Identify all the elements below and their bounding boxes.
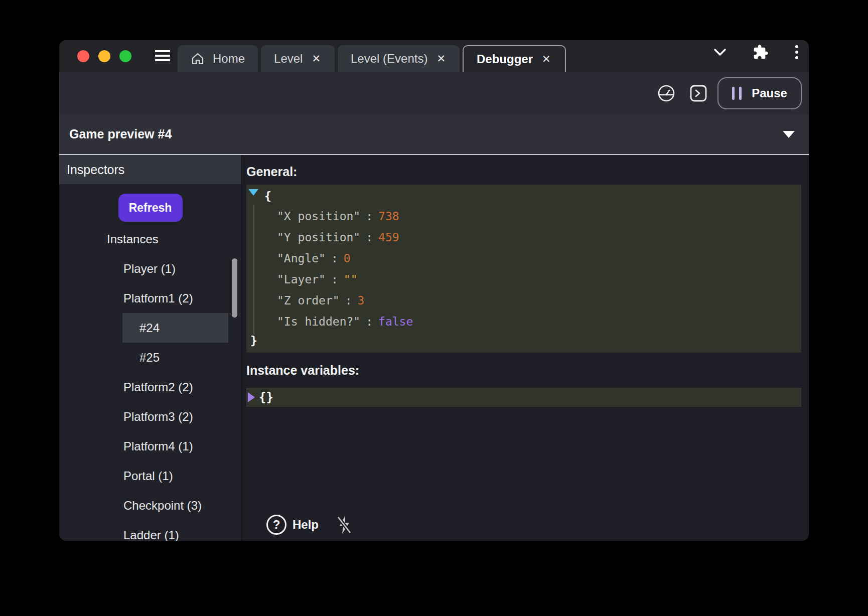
tab-label: Level <box>274 52 303 66</box>
general-section-label: General: <box>246 165 801 179</box>
instances-tree: Instances Player (1) Platform1 (2) #24 #… <box>59 224 228 541</box>
tree-item-platform1[interactable]: Platform1 (2) <box>59 283 228 313</box>
home-icon <box>191 52 205 66</box>
pause-icon <box>732 87 742 100</box>
inspectors-header: Inspectors <box>59 155 241 184</box>
collapse-closed-icon[interactable] <box>248 392 255 402</box>
property-value: 3 <box>358 294 365 307</box>
instance-variables-label: Instance variables: <box>246 363 801 378</box>
collapse-open-icon[interactable] <box>248 189 258 196</box>
tree-item-portal[interactable]: Portal (1) <box>59 461 228 491</box>
tree-item-ladder[interactable]: Ladder (1) <box>59 520 228 541</box>
close-window-button[interactable] <box>77 50 89 62</box>
sidebar-scrollbar[interactable] <box>232 258 237 318</box>
property-row-x-position: "X position":738 <box>250 206 797 227</box>
inspectors-list: Refresh Instances Player (1) Platform1 (… <box>59 184 241 541</box>
tab-level[interactable]: Level ✕ <box>261 45 335 72</box>
property-value: 459 <box>378 231 399 244</box>
tree-item-instances[interactable]: Instances <box>59 224 228 254</box>
tab-bar: Home Level ✕ Level (Events) ✕ Debugger ✕ <box>178 40 566 72</box>
game-preview-title: Game preview #4 <box>69 127 172 141</box>
game-preview-selector[interactable]: Game preview #4 <box>59 114 809 155</box>
property-value: false <box>378 315 413 328</box>
help-button-label[interactable]: Help <box>293 518 319 532</box>
close-tab-icon[interactable]: ✕ <box>541 53 552 65</box>
property-row-y-position: "Y position":459 <box>250 227 797 248</box>
zoom-window-button[interactable] <box>119 50 131 62</box>
property-row-z-order: "Z order":3 <box>250 290 797 311</box>
refresh-button[interactable]: Refresh <box>118 194 183 222</box>
property-value: 738 <box>378 210 399 223</box>
debugger-console-icon[interactable] <box>689 84 707 102</box>
property-value: "" <box>344 273 358 286</box>
debugger-window: Home Level ✕ Level (Events) ✕ Debugger ✕ <box>59 40 809 541</box>
tab-debugger[interactable]: Debugger ✕ <box>463 45 566 72</box>
property-key: Is hidden? <box>284 315 353 328</box>
tab-label: Level (Events) <box>351 52 427 66</box>
property-value: 0 <box>344 252 351 265</box>
property-key: Z order <box>284 294 333 307</box>
flash-off-icon[interactable] <box>336 515 353 535</box>
tree-item-player[interactable]: Player (1) <box>59 254 228 283</box>
titlebar-actions <box>712 40 809 72</box>
instance-variables-json: {} <box>246 388 801 407</box>
debugger-toolbar: Pause <box>59 72 809 114</box>
help-icon[interactable]: ? <box>266 515 286 535</box>
close-tab-icon[interactable]: ✕ <box>311 53 322 65</box>
title-bar: Home Level ✕ Level (Events) ✕ Debugger ✕ <box>59 40 809 72</box>
chevron-down-icon[interactable] <box>712 45 728 59</box>
tab-label: Home <box>213 52 245 66</box>
property-key: X position <box>284 210 353 223</box>
property-row-is-hidden: "Is hidden?":false <box>250 311 797 332</box>
indent-guide <box>253 205 254 335</box>
pause-button[interactable]: Pause <box>717 77 802 109</box>
tab-home[interactable]: Home <box>178 45 258 72</box>
dropdown-caret-icon[interactable] <box>783 131 795 138</box>
property-key: Layer <box>284 273 319 286</box>
tab-level-events[interactable]: Level (Events) ✕ <box>338 45 460 72</box>
performance-profiler-icon[interactable] <box>657 84 675 102</box>
property-key: Angle <box>284 252 319 265</box>
property-row-angle: "Angle":0 <box>250 248 797 269</box>
tree-item-platform3[interactable]: Platform3 (2) <box>59 402 228 431</box>
main-menu-icon[interactable] <box>154 48 172 63</box>
property-key: Y position <box>284 231 353 244</box>
inspector-detail-panel: General: { "X position":738 "Y position"… <box>242 155 809 541</box>
tree-item-platform2[interactable]: Platform2 (2) <box>59 372 228 402</box>
extensions-puzzle-icon[interactable] <box>753 44 769 60</box>
debugger-content: Inspectors Refresh Instances Player (1) … <box>59 155 809 541</box>
property-row-layer: "Layer":"" <box>250 269 797 290</box>
kebab-menu-icon[interactable] <box>794 44 800 61</box>
traffic-lights <box>77 50 131 62</box>
close-tab-icon[interactable]: ✕ <box>436 53 447 65</box>
tab-label: Debugger <box>477 52 533 66</box>
tree-item-instance-24[interactable]: #24 <box>122 313 228 343</box>
tree-item-platform4[interactable]: Platform4 (1) <box>59 431 228 461</box>
inspectors-sidebar: Inspectors Refresh Instances Player (1) … <box>59 155 242 541</box>
general-properties-json: { "X position":738 "Y position":459 "Ang… <box>246 185 801 353</box>
tree-item-instance-25[interactable]: #25 <box>122 343 228 372</box>
pause-button-label: Pause <box>752 86 787 100</box>
tree-item-checkpoint[interactable]: Checkpoint (3) <box>59 491 228 520</box>
help-row: ? Help <box>266 515 353 535</box>
minimize-window-button[interactable] <box>98 50 110 62</box>
instance-variables-value: {} <box>259 390 273 404</box>
